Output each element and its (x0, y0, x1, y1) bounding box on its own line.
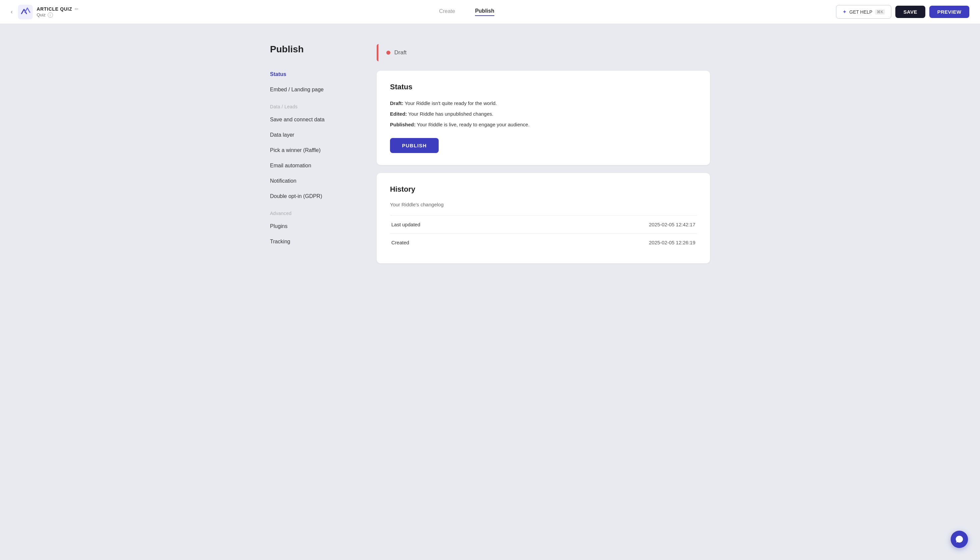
draft-label: Draft (394, 49, 407, 56)
app-header: ‹ ARTICLE QUIZ ✏ Quiz i Create Publish ✦… (0, 0, 980, 24)
sidebar-item-embed[interactable]: Embed / Landing page (270, 82, 357, 97)
history-row-last-updated: Last updated 2025-02-05 12:42:17 (390, 216, 697, 234)
sidebar-nav: Status Embed / Landing page Data / Leads… (270, 67, 357, 249)
content-area: Draft Status Draft: Your Riddle isn't qu… (377, 44, 710, 263)
get-help-button[interactable]: ✦ GET HELP ⌘K (836, 5, 891, 19)
draft-description: Your Riddle isn't quite ready for the wo… (405, 100, 497, 106)
history-card: History Your Riddle's changelog Last upd… (377, 173, 710, 263)
nav-create[interactable]: Create (439, 8, 455, 16)
sidebar-item-gdpr[interactable]: Double opt-in (GDPR) (270, 189, 357, 204)
sidebar: Publish Status Embed / Landing page Data… (270, 44, 357, 263)
history-row-created: Created 2025-02-05 12:26:19 (390, 234, 697, 252)
info-icon[interactable]: i (48, 12, 53, 18)
status-card: Status Draft: Your Riddle isn't quite re… (377, 71, 710, 165)
status-edited-line: Edited: Your Riddle has unpublished chan… (390, 110, 697, 118)
chat-widget[interactable] (951, 531, 968, 548)
sidebar-item-raffle[interactable]: Pick a winner (Raffle) (270, 143, 357, 158)
history-card-title: History (390, 185, 697, 194)
draft-banner: Draft (377, 44, 710, 61)
sidebar-item-data-layer[interactable]: Data layer (270, 127, 357, 143)
edit-title-icon[interactable]: ✏ (75, 6, 79, 12)
last-updated-value: 2025-02-05 12:42:17 (510, 216, 697, 234)
quiz-label-row: Quiz i (37, 12, 79, 18)
status-description: Draft: Your Riddle isn't quite ready for… (390, 99, 697, 129)
sidebar-section-advanced: Advanced (270, 204, 357, 219)
get-help-shortcut: ⌘K (875, 9, 885, 15)
logo-icon (18, 5, 33, 19)
main-content: Publish Status Embed / Landing page Data… (257, 24, 723, 283)
published-label-bold: Published: (390, 122, 416, 127)
edited-label-bold: Edited: (390, 111, 407, 117)
header-nav: Create Publish (97, 8, 836, 16)
nav-publish[interactable]: Publish (475, 8, 494, 16)
history-table: Last updated 2025-02-05 12:42:17 Created… (390, 215, 697, 251)
preview-button[interactable]: PREVIEW (929, 6, 969, 18)
article-title-row: ARTICLE QUIZ ✏ (37, 6, 79, 12)
last-updated-label: Last updated (390, 216, 510, 234)
draft-label-bold: Draft: (390, 100, 403, 106)
get-help-label: GET HELP (849, 9, 872, 15)
sidebar-item-notification[interactable]: Notification (270, 173, 357, 189)
history-subtitle: Your Riddle's changelog (390, 202, 697, 207)
back-button[interactable]: ‹ (11, 8, 13, 15)
sidebar-item-email-automation[interactable]: Email automation (270, 158, 357, 173)
header-title-area: ARTICLE QUIZ ✏ Quiz i (37, 6, 79, 18)
header-left: ‹ ARTICLE QUIZ ✏ Quiz i (11, 5, 97, 19)
header-right: ✦ GET HELP ⌘K SAVE PREVIEW (836, 5, 969, 19)
chat-icon (955, 535, 964, 544)
sidebar-item-plugins[interactable]: Plugins (270, 219, 357, 234)
quiz-label: Quiz (37, 12, 46, 17)
created-label: Created (390, 234, 510, 252)
status-published-line: Published: Your Riddle is live, ready to… (390, 121, 697, 129)
status-card-title: Status (390, 83, 697, 91)
status-draft-line: Draft: Your Riddle isn't quite ready for… (390, 99, 697, 107)
created-value: 2025-02-05 12:26:19 (510, 234, 697, 252)
draft-status-dot (386, 51, 390, 55)
sidebar-section-data-leads: Data / Leads (270, 97, 357, 112)
sidebar-item-status[interactable]: Status (270, 67, 357, 82)
sidebar-title: Publish (270, 44, 357, 55)
article-quiz-title: ARTICLE QUIZ (37, 6, 72, 12)
publish-button[interactable]: PUBLISH (390, 138, 439, 153)
sidebar-item-tracking[interactable]: Tracking (270, 234, 357, 249)
sidebar-item-save-connect[interactable]: Save and connect data (270, 112, 357, 127)
save-button[interactable]: SAVE (895, 6, 925, 18)
help-icon: ✦ (842, 9, 847, 15)
